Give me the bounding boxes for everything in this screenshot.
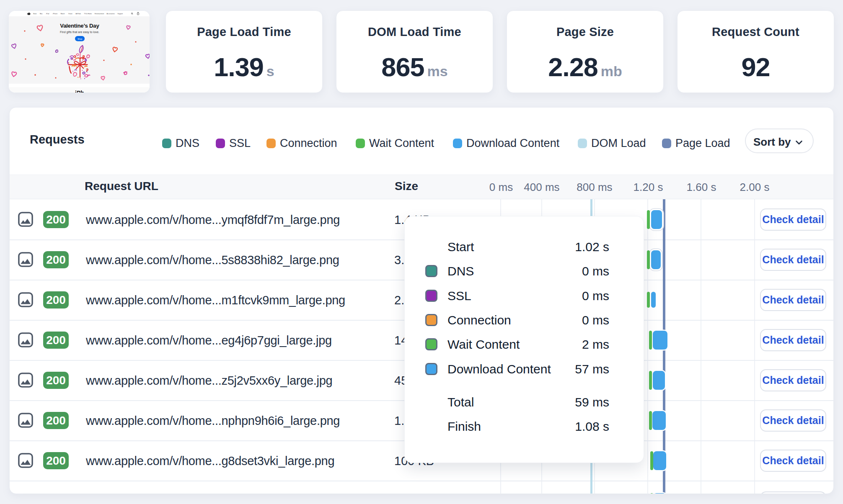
svg-text:iPh: iPh: [75, 90, 84, 93]
svg-text:iPad: iPad: [46, 13, 49, 15]
svg-text:Store: Store: [33, 13, 37, 15]
svg-text:Find gifts that are easy to lo: Find gifts that are easy to love.: [60, 31, 99, 34]
svg-text:Mac: Mac: [40, 13, 43, 15]
svg-text:Support: Support: [118, 13, 123, 15]
svg-text:Valentine’s Day: Valentine’s Day: [60, 23, 99, 29]
svg-text:iPhone: iPhone: [53, 13, 57, 15]
svg-text:TV & Home: TV & Home: [84, 13, 92, 15]
svg-text:Watch: Watch: [61, 13, 65, 15]
svg-text:Vision: Vision: [68, 13, 72, 15]
svg-text:Entertainment: Entertainment: [95, 13, 104, 15]
svg-text:Shop: Shop: [78, 38, 83, 40]
svg-text:Accessories: Accessories: [107, 13, 115, 15]
svg-text:AirPods: AirPods: [76, 13, 81, 15]
